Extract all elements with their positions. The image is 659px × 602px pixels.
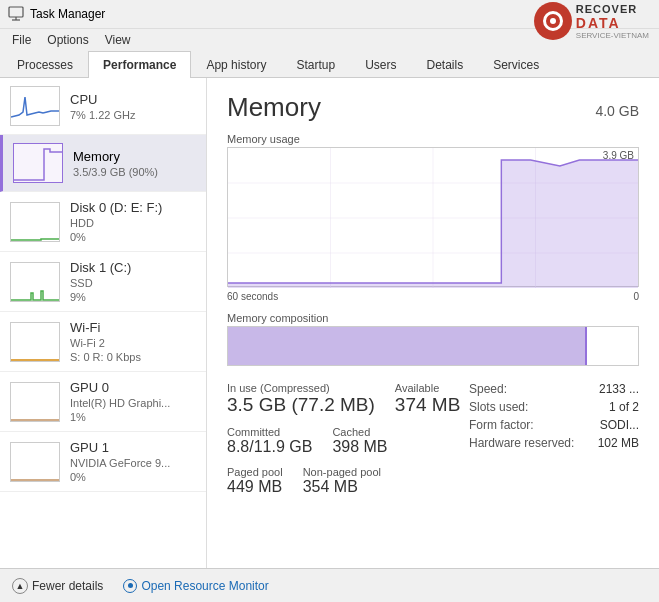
speed-label: Speed:: [469, 382, 507, 396]
disk0-thumbnail: [10, 202, 60, 242]
tab-users[interactable]: Users: [350, 51, 411, 78]
hardware-label: Hardware reserved:: [469, 436, 574, 450]
resource-monitor-icon: [123, 579, 137, 593]
available-label: Available: [395, 382, 460, 394]
available-value: 374 MB: [395, 394, 460, 416]
memory-thumbnail: [13, 143, 63, 183]
sidebar-item-gpu0[interactable]: GPU 0 Intel(R) HD Graphi... 1%: [0, 372, 206, 432]
nonpaged-pool-label: Non-paged pool: [303, 466, 381, 478]
sidebar-item-gpu1[interactable]: GPU 1 NVIDIA GeForce 9... 0%: [0, 432, 206, 492]
form-row: Form factor: SODI...: [469, 418, 639, 432]
content-header: Memory 4.0 GB: [227, 92, 639, 123]
menu-file[interactable]: File: [4, 31, 39, 49]
gpu1-name: GPU 1: [70, 440, 196, 455]
task-manager-icon: [8, 6, 24, 22]
cached-label: Cached: [332, 426, 387, 438]
paged-pool-label: Paged pool: [227, 466, 283, 478]
gpu1-thumbnail: [10, 442, 60, 482]
tab-startup[interactable]: Startup: [281, 51, 350, 78]
speed-value: 2133 ...: [599, 382, 639, 396]
wifi-thumbnail: [10, 322, 60, 362]
stat-paged-pool: Paged pool 449 MB: [227, 466, 283, 496]
nonpaged-pool-value: 354 MB: [303, 478, 381, 496]
logo-area: RECOVER DATA SERVICE-VIETNAM: [534, 2, 649, 40]
in-use-label: In use (Compressed): [227, 382, 375, 394]
form-label: Form factor:: [469, 418, 534, 432]
in-use-value: 3.5 GB (77.2 MB): [227, 394, 375, 416]
gpu1-usage: 0%: [70, 471, 196, 483]
memory-name: Memory: [73, 149, 196, 164]
comp-free: [587, 327, 638, 365]
tab-performance[interactable]: Performance: [88, 51, 191, 78]
gpu0-thumbnail: [10, 382, 60, 422]
stat-nonpaged-pool: Non-paged pool 354 MB: [303, 466, 381, 496]
open-resource-monitor-button[interactable]: Open Resource Monitor: [123, 579, 268, 593]
slots-value: 1 of 2: [609, 400, 639, 414]
wifi-speed: S: 0 R: 0 Kbps: [70, 351, 196, 363]
svg-rect-0: [9, 7, 23, 17]
tab-details[interactable]: Details: [411, 51, 478, 78]
sidebar-item-wifi[interactable]: Wi-Fi Wi-Fi 2 S: 0 R: 0 Kbps: [0, 312, 206, 372]
chart-time-label: 60 seconds: [227, 291, 278, 302]
stats-right: Speed: 2133 ... Slots used: 1 of 2 Form …: [469, 382, 639, 496]
stat-in-use: In use (Compressed) 3.5 GB (77.2 MB): [227, 382, 375, 416]
chart-y-label: 3.9 GB: [603, 150, 634, 161]
tab-processes[interactable]: Processes: [2, 51, 88, 78]
stat-cached: Cached 398 MB: [332, 426, 387, 456]
tab-app-history[interactable]: App history: [191, 51, 281, 78]
fewer-details-label: Fewer details: [32, 579, 103, 593]
disk1-name: Disk 1 (C:): [70, 260, 196, 275]
cpu-thumbnail: [10, 86, 60, 126]
disk0-usage: 0%: [70, 231, 196, 243]
gpu1-model: NVIDIA GeForce 9...: [70, 457, 196, 469]
title-bar: Task Manager RECOVER DATA SERVICE-VIETNA…: [0, 0, 659, 29]
tab-services[interactable]: Services: [478, 51, 554, 78]
stats-row3: Paged pool 449 MB Non-paged pool 354 MB: [227, 466, 469, 496]
stats-row2: Committed 8.8/11.9 GB Cached 398 MB: [227, 426, 469, 456]
svg-rect-3: [14, 144, 62, 182]
footer: ▲ Fewer details Open Resource Monitor: [0, 568, 659, 602]
sidebar-item-cpu[interactable]: CPU 7% 1.22 GHz: [0, 78, 206, 135]
open-monitor-label: Open Resource Monitor: [141, 579, 268, 593]
task-manager-window: Task Manager RECOVER DATA SERVICE-VIETNA…: [0, 0, 659, 602]
sidebar-item-memory[interactable]: Memory 3.5/3.9 GB (90%): [0, 135, 206, 192]
disk0-info: Disk 0 (D: E: F:) HDD 0%: [70, 200, 196, 243]
wifi-type: Wi-Fi 2: [70, 337, 196, 349]
memory-content: Memory 4.0 GB Memory usage 3.9 GB: [207, 78, 659, 580]
cpu-sub: 7% 1.22 GHz: [70, 109, 196, 121]
sidebar-item-disk1[interactable]: Disk 1 (C:) SSD 9%: [0, 252, 206, 312]
slots-row: Slots used: 1 of 2: [469, 400, 639, 414]
composition-bar: [227, 326, 639, 366]
form-value: SODI...: [600, 418, 639, 432]
memory-chart-svg: [228, 148, 638, 288]
menu-view[interactable]: View: [97, 31, 139, 49]
fewer-details-button[interactable]: ▲ Fewer details: [12, 578, 103, 594]
cached-value: 398 MB: [332, 438, 387, 456]
committed-value: 8.8/11.9 GB: [227, 438, 312, 456]
chart-bottom: 60 seconds 0: [227, 291, 639, 302]
committed-label: Committed: [227, 426, 312, 438]
stats-section: In use (Compressed) 3.5 GB (77.2 MB) Ava…: [227, 382, 639, 496]
disk1-thumbnail: [10, 262, 60, 302]
slots-label: Slots used:: [469, 400, 528, 414]
chart-label: Memory usage: [227, 133, 639, 145]
memory-info: Memory 3.5/3.9 GB (90%): [73, 149, 196, 178]
memory-sub: 3.5/3.9 GB (90%): [73, 166, 196, 178]
main-content: CPU 7% 1.22 GHz Memory 3.5/3.9 GB (90%): [0, 78, 659, 580]
speed-row: Speed: 2133 ...: [469, 382, 639, 396]
disk0-type: HDD: [70, 217, 196, 229]
content-total: 4.0 GB: [595, 103, 639, 119]
memory-chart: 3.9 GB: [227, 147, 639, 287]
hardware-row: Hardware reserved: 102 MB: [469, 436, 639, 450]
sidebar: CPU 7% 1.22 GHz Memory 3.5/3.9 GB (90%): [0, 78, 207, 580]
cpu-name: CPU: [70, 92, 196, 107]
composition-label: Memory composition: [227, 312, 639, 324]
title-bar-text: Task Manager: [30, 7, 105, 21]
sidebar-item-disk0[interactable]: Disk 0 (D: E: F:) HDD 0%: [0, 192, 206, 252]
stats-row1: In use (Compressed) 3.5 GB (77.2 MB) Ava…: [227, 382, 469, 416]
disk0-name: Disk 0 (D: E: F:): [70, 200, 196, 215]
menu-options[interactable]: Options: [39, 31, 96, 49]
gpu1-info: GPU 1 NVIDIA GeForce 9... 0%: [70, 440, 196, 483]
chart-zero-label: 0: [633, 291, 639, 302]
comp-in-use: [228, 327, 585, 365]
